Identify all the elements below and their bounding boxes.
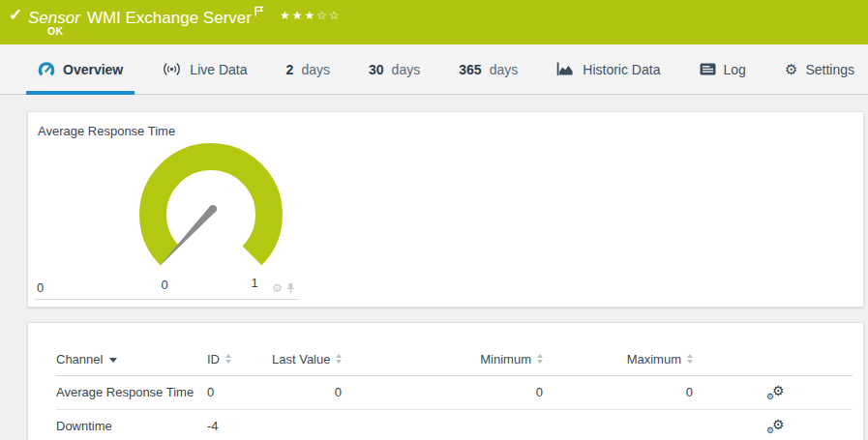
tab-overview[interactable]: Overview <box>26 44 135 94</box>
cell-maximum <box>543 410 693 440</box>
col-header-last-value[interactable]: Last Value <box>272 352 342 376</box>
cell-last-value <box>272 410 342 440</box>
sort-both-icon <box>336 354 342 364</box>
status-ok-check-icon: ✓ <box>9 5 22 25</box>
gauge-baseline <box>35 299 299 300</box>
sort-desc-icon <box>109 358 117 363</box>
col-header-minimum[interactable]: Minimum <box>342 352 543 376</box>
sort-both-icon <box>225 354 231 364</box>
col-header-id[interactable]: ID <box>207 352 272 376</box>
historic-data-icon <box>556 62 575 76</box>
channel-settings-gears-icon[interactable]: ⚙⚙ <box>766 417 785 435</box>
tab-log[interactable]: Log <box>688 44 758 94</box>
gauge-scale-max: 1 <box>248 276 261 290</box>
col-header-channel[interactable]: Channel <box>56 352 207 376</box>
cell-channel: Average Response Time <box>56 376 207 410</box>
gauge-scale-min: 0 <box>158 278 171 292</box>
gauge-icon <box>38 61 55 78</box>
tab-365-days[interactable]: 365 days <box>447 44 529 94</box>
col-header-channel-label: Channel <box>56 352 103 367</box>
cell-minimum: 0 <box>342 376 543 410</box>
tab-settings[interactable]: ⚙ Settings <box>773 44 866 94</box>
status-badge: OK <box>47 25 63 37</box>
tab-30-days-label: days <box>392 62 421 77</box>
cell-id: 0 <box>207 376 272 410</box>
tab-30-days-number: 30 <box>369 62 384 77</box>
tab-365-days-number: 365 <box>459 62 481 77</box>
priority-stars[interactable]: ★★★☆☆ <box>280 9 342 22</box>
channels-panel: Channel ID Last Value Minimum Maximum Av… <box>27 322 864 440</box>
tab-log-label: Log <box>724 62 746 77</box>
tab-365-days-label: days <box>490 62 519 77</box>
tab-30-days[interactable]: 30 days <box>357 44 432 94</box>
cell-id: -4 <box>207 410 272 440</box>
table-row: Average Response Time 0 0 0 0 ⚙⚙ <box>56 376 853 410</box>
gauge-gear-icon[interactable]: ⚙ <box>272 282 283 294</box>
tab-historic-data[interactable]: Historic Data <box>545 44 672 94</box>
sensor-title: WMI Exchange Server <box>87 9 252 27</box>
tab-live-data[interactable]: Live Data <box>150 44 258 94</box>
tab-settings-label: Settings <box>805 62 854 77</box>
tab-live-data-label: Live Data <box>190 62 247 77</box>
tab-2-days-label: days <box>301 62 330 77</box>
tab-overview-label: Overview <box>63 62 123 77</box>
flag-icon[interactable] <box>254 2 264 20</box>
cell-maximum: 0 <box>543 376 693 410</box>
gauge-axis-min-label: 0 <box>37 280 44 295</box>
sort-both-icon <box>687 354 693 364</box>
col-header-last-value-label: Last Value <box>272 352 330 367</box>
tab-2-days[interactable]: 2 days <box>275 44 342 94</box>
col-header-maximum-label: Maximum <box>627 352 681 367</box>
channels-table: Channel ID Last Value Minimum Maximum Av… <box>56 352 853 440</box>
col-header-id-label: ID <box>207 352 220 367</box>
col-header-minimum-label: Minimum <box>480 352 531 367</box>
table-row: Downtime -4 ⚙⚙ <box>56 410 853 440</box>
sort-both-icon <box>537 354 543 364</box>
col-header-actions <box>693 352 853 376</box>
cell-minimum <box>342 410 543 440</box>
log-icon <box>700 63 716 75</box>
cell-channel: Downtime <box>56 410 207 440</box>
channel-settings-gears-icon[interactable]: ⚙⚙ <box>766 383 785 401</box>
gear-icon: ⚙ <box>785 61 797 78</box>
tab-historic-data-label: Historic Data <box>583 62 660 77</box>
sensor-status-banner: ✓ SensorWMI Exchange Server★★★☆☆ OK <box>0 0 868 44</box>
tab-2-days-number: 2 <box>286 62 294 77</box>
gauge-panel: Average Response Time 0 1 0 ⚙ <box>27 111 864 308</box>
tab-bar: Overview Live Data 2 days 30 days 365 da… <box>0 44 868 95</box>
col-header-maximum[interactable]: Maximum <box>543 352 693 376</box>
cell-last-value: 0 <box>272 376 342 410</box>
gauge-pin-icon[interactable] <box>286 283 295 294</box>
response-time-gauge <box>129 132 293 297</box>
live-data-icon <box>162 62 182 76</box>
table-header-row: Channel ID Last Value Minimum Maximum <box>56 352 853 376</box>
